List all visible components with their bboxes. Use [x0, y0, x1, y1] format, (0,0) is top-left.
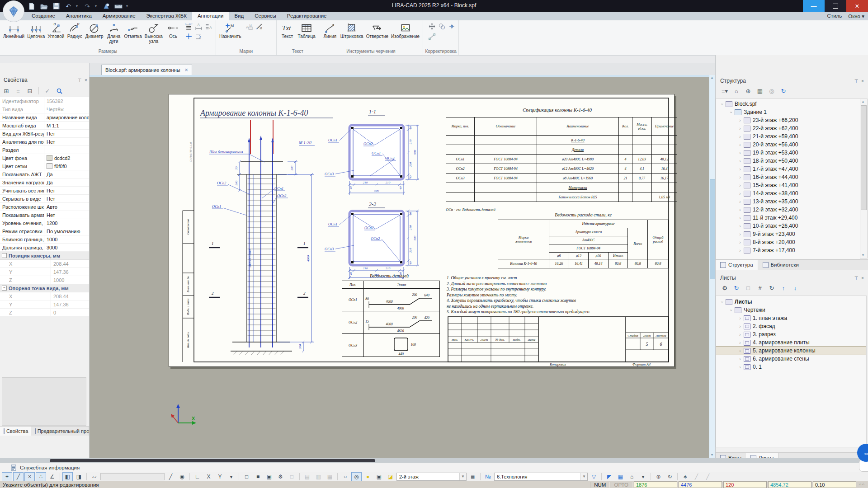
expander-icon[interactable]: › — [738, 365, 742, 370]
property-row[interactable]: X208.44 — [0, 292, 89, 300]
dropdown-arrow-icon[interactable]: ▼ — [459, 473, 466, 480]
property-row[interactable]: Режим отрисовки ...По умолчанию — [0, 227, 89, 235]
expander-icon[interactable]: › — [720, 300, 725, 304]
bulb-object[interactable]: ▣ — [374, 472, 384, 481]
property-value[interactable]: Нет — [44, 211, 89, 219]
layer-green-1[interactable]: ▤ — [302, 472, 312, 481]
layers-list[interactable]: ≣ — [467, 472, 478, 481]
expander-icon[interactable]: › — [738, 118, 742, 123]
list-annotation-icon[interactable]: A — [204, 21, 214, 31]
ribbon-tool-dim-elevation[interactable]: Отметка — [123, 21, 143, 40]
move-object-icon[interactable] — [427, 21, 437, 31]
collapse-icon[interactable]: − — [2, 253, 7, 258]
ribbon-tool-dim-arc[interactable]: Длинадуги — [105, 21, 123, 44]
property-row[interactable]: Показывать армат...Нет — [0, 211, 89, 219]
bulb-bucket[interactable]: ◪ — [385, 472, 396, 481]
property-value[interactable]: 156392 — [44, 97, 89, 105]
property-value[interactable]: 0 — [51, 309, 89, 316]
property-row[interactable]: X208.44 — [0, 260, 89, 268]
view-cube-settings[interactable]: ⚙ — [275, 472, 286, 481]
tree-floor-3[interactable]: ›21-й этаж +59,400 — [716, 132, 860, 141]
property-row[interactable]: Ближняя граница, ...1000 — [0, 235, 89, 244]
ribbon-tool-table-tool[interactable]: Таблица — [297, 21, 317, 40]
expander-icon[interactable]: › — [729, 308, 734, 312]
property-value[interactable]: Авто — [44, 203, 89, 211]
move-down-icon[interactable]: ↓ — [791, 284, 800, 292]
bulb-on[interactable]: ● — [363, 472, 373, 481]
menu-tab-1[interactable]: Создание — [26, 12, 61, 20]
capture-screen[interactable]: ◧ — [62, 472, 73, 481]
menu-tab-4[interactable]: Экспертиза ЖБК — [141, 12, 192, 20]
a-mark-icon[interactable]: AM — [245, 21, 255, 31]
tree-floor-8[interactable]: ›16-й этаж +44,400 — [716, 173, 860, 181]
tree-folder-drawings[interactable]: ›Чертежи — [716, 306, 866, 314]
center-point[interactable]: ◉ — [177, 472, 187, 481]
copy-object-icon[interactable] — [437, 21, 447, 31]
ribbon-tool-image-tool[interactable]: Изображение — [390, 21, 421, 40]
scrollbar-thumb[interactable] — [50, 459, 375, 462]
menu-tab-8[interactable]: Редактирование — [282, 12, 332, 20]
home-icon[interactable]: ⌂ — [732, 87, 741, 95]
ribbon-tool-dim-angular[interactable]: αУгловой — [46, 21, 66, 40]
collapse-icon[interactable]: − — [2, 286, 7, 291]
pin-icon[interactable]: ⊤ — [853, 79, 859, 84]
expander-icon[interactable]: › — [738, 183, 742, 188]
ribbon-tool-opening-tool[interactable]: Отверстие — [365, 21, 390, 40]
property-value[interactable]: 147.36 — [51, 268, 89, 276]
structure-scrollbar[interactable]: ▲ ▼ — [860, 99, 868, 258]
property-row[interactable]: Масштаб видаМ 1:1 — [0, 122, 89, 130]
ribbon-tool-assign-mark[interactable]: MНазначить — [218, 21, 243, 40]
view-cube-locked[interactable]: □ — [287, 472, 297, 481]
app-logo-icon[interactable] — [3, 0, 24, 22]
property-row[interactable]: Идентификатор156392 — [0, 97, 89, 105]
property-value[interactable]: Нет — [44, 187, 89, 194]
close-panel-icon[interactable]: × — [859, 79, 866, 84]
expander-icon[interactable]: › — [738, 207, 742, 212]
property-group-header[interactable]: −Позиция камеры, мм — [0, 252, 89, 260]
expander-icon[interactable]: › — [738, 240, 742, 245]
property-value[interactable]: 208.44 — [51, 260, 89, 267]
property-row[interactable]: Расположение шка...Авто — [0, 203, 89, 211]
search-icon[interactable] — [55, 87, 64, 95]
property-value[interactable]: По умолчанию — [44, 227, 89, 235]
property-row[interactable]: Учитывать вес лин...Нет — [0, 187, 89, 195]
expander-icon[interactable]: › — [738, 216, 742, 221]
sorted-view-icon[interactable]: ⊟ — [25, 87, 34, 95]
floor-select[interactable]: 2-й этаж▼ — [396, 473, 467, 481]
scroll-down-icon[interactable]: ▼ — [860, 253, 866, 258]
grid-3d[interactable]: ▦ — [325, 472, 335, 481]
bulb-off[interactable]: ○ — [340, 472, 350, 481]
tab-библиотеки[interactable]: Библиотеки — [758, 260, 803, 270]
copy-dimension-icon[interactable] — [194, 31, 204, 41]
tree-floor-6[interactable]: ›18-й этаж +50,400 — [716, 157, 860, 165]
expander-icon[interactable]: › — [738, 159, 742, 164]
crosshair-point-icon[interactable] — [184, 31, 194, 41]
ribbon-tool-dim-linear[interactable]: Линейный — [2, 21, 26, 40]
tree-sheet-3[interactable]: ›3. разрез — [716, 330, 866, 338]
property-value[interactable]: 1000 — [44, 235, 89, 243]
move-node[interactable]: ∗ — [680, 472, 690, 481]
property-row[interactable]: Y147.36 — [0, 300, 89, 309]
tree-floor-4[interactable]: ›20-й этаж +56,400 — [716, 141, 860, 149]
scroll-up-icon[interactable]: ▲ — [709, 75, 715, 80]
sheet-settings-icon[interactable]: ⚙ — [720, 284, 729, 292]
menu-right-item-1[interactable]: Стиль — [827, 13, 842, 19]
expander-icon[interactable]: › — [738, 191, 742, 196]
property-value[interactable] — [44, 146, 89, 154]
property-value[interactable]: Нет — [44, 130, 89, 137]
layer-green-2[interactable]: ▥ — [313, 472, 324, 481]
tree-floor-17[interactable]: ›7-й этаж +17,400 — [716, 246, 860, 254]
property-row[interactable]: Z1000 — [0, 276, 89, 284]
property-value[interactable]: Нет — [44, 138, 89, 145]
pin-icon[interactable]: ⊤ — [76, 78, 83, 83]
property-row[interactable]: Z0 — [0, 309, 89, 317]
tree-floor-13[interactable]: ›11-й этаж +29,400 — [716, 214, 860, 222]
edit-line-icon[interactable] — [427, 31, 437, 41]
tree-sheet-4[interactable]: ›4. армирование плиты — [716, 338, 866, 347]
expander-icon[interactable]: › — [738, 316, 742, 321]
scroll-down-icon[interactable]: ▼ — [709, 452, 715, 458]
group-view-icon[interactable]: ⊞ — [2, 87, 11, 95]
expander-icon[interactable]: › — [738, 232, 742, 237]
list-view-icon[interactable]: ≡ — [14, 87, 23, 95]
expander-icon[interactable]: › — [738, 142, 742, 147]
